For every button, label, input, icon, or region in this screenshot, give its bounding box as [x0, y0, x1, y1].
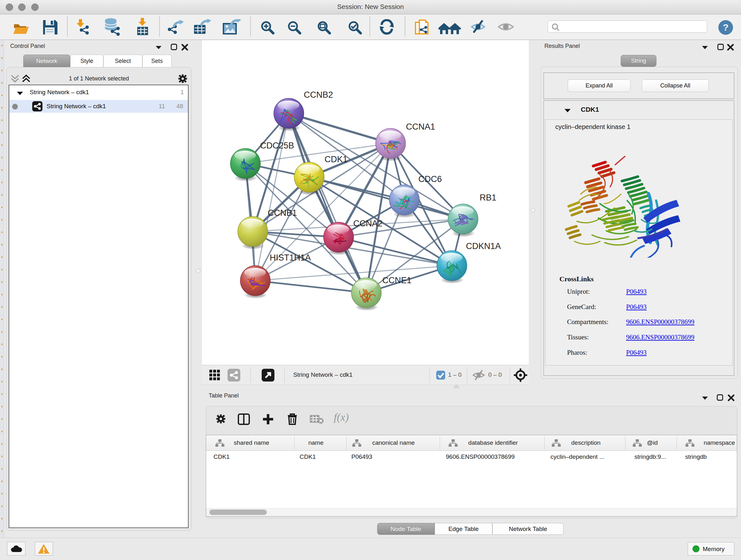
svg-text:RB1: RB1 — [480, 193, 496, 202]
svg-text:CDC6: CDC6 — [418, 174, 442, 184]
svg-text:?: ? — [723, 22, 729, 33]
svg-text:CCNA2: CCNA2 — [353, 219, 383, 228]
svg-text:CCNA1: CCNA1 — [406, 122, 435, 132]
svg-text:CCNE1: CCNE1 — [382, 275, 412, 285]
svg-text:CCNB2: CCNB2 — [304, 90, 333, 100]
svg-text:HIST1H1A: HIST1H1A — [270, 253, 311, 262]
svg-text:CCNB1: CCNB1 — [268, 208, 297, 218]
svg-text:CDK1: CDK1 — [325, 154, 347, 164]
svg-text:CDC25B: CDC25B — [260, 141, 294, 150]
svg-text:CDKN1A: CDKN1A — [466, 241, 501, 251]
